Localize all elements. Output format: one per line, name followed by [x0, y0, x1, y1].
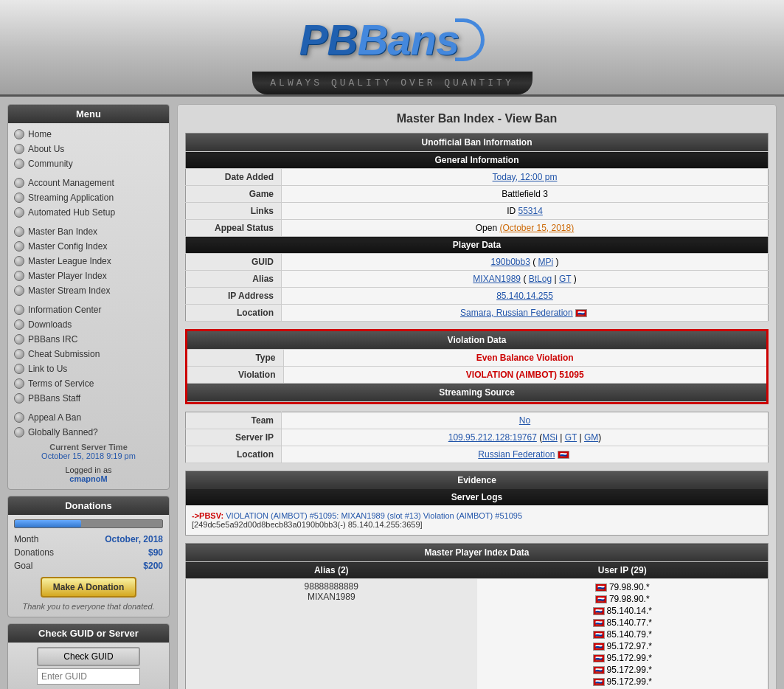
- bullet-icon: [14, 241, 24, 252]
- team-link[interactable]: No: [519, 415, 530, 426]
- sidebar-item-linktous[interactable]: Link to Us: [8, 361, 169, 376]
- nav-streamindex-label: Master Stream Index: [28, 285, 110, 296]
- ip-row: IP Address 85.140.14.255: [186, 288, 769, 305]
- bullet-icon: [14, 334, 24, 344]
- logged-in-section: Logged in as cmapnoM: [8, 463, 169, 485]
- alias-value: MIXAN1989 ( BtLog | GT ): [282, 271, 769, 288]
- ip-row-4: 🇷🇺85.140.77.*: [485, 617, 761, 629]
- nav-infocenter-label: Information Center: [28, 305, 101, 315]
- server-ip-link[interactable]: 109.95.212.128:19767: [448, 432, 537, 443]
- flag-5: 🇷🇺: [593, 631, 605, 639]
- page-title: Master Ban Index - View Ban: [185, 112, 769, 125]
- appeal-date[interactable]: (October 15, 2018): [499, 223, 574, 233]
- gt-alias-link[interactable]: GT: [559, 274, 571, 284]
- bullet-icon: [14, 159, 24, 169]
- type-value: Even Balance Violation: [283, 350, 766, 367]
- nav-playerindex-label: Master Player Index: [28, 271, 107, 281]
- bullet-icon: [14, 129, 24, 139]
- ip-5: 85.140.79.*: [607, 629, 652, 640]
- nav-about-label: About Us: [28, 144, 64, 154]
- flag-2: 🇷🇺: [595, 595, 607, 603]
- mpi-header: Master Player Index Data: [186, 544, 769, 562]
- donations-title: Donations: [8, 496, 169, 515]
- game-label: Game: [186, 186, 282, 203]
- nav-community-label: Community: [28, 159, 73, 169]
- links-id-link[interactable]: 55314: [518, 206, 542, 216]
- location-value: Samara, Russian Federation 🇷🇺: [282, 305, 769, 322]
- bullet-icon: [14, 349, 24, 359]
- check-guid-button[interactable]: Check GUID: [37, 647, 140, 666]
- sidebar-item-account[interactable]: Account Management: [8, 176, 169, 190]
- location-link[interactable]: Samara, Russian Federation: [460, 308, 573, 318]
- violation-table: Violation Data Type Even Balance Violati…: [187, 331, 766, 402]
- sidebar-item-community[interactable]: Community: [8, 156, 169, 171]
- sidebar-item-home[interactable]: Home: [8, 127, 169, 142]
- sidebar-item-banindex[interactable]: Master Ban Index: [8, 224, 169, 239]
- sidebar-item-hub[interactable]: Automated Hub Setup: [8, 205, 169, 220]
- server-location-label: Location: [186, 446, 282, 463]
- donations-goal-row: Goal $200: [14, 559, 163, 572]
- month-value: October, 2018: [105, 534, 163, 544]
- guid-row: GUID 190b0bb3 ( MPi ): [186, 254, 769, 271]
- ip-row-9: 🇷🇺95.172.99.*: [485, 676, 761, 688]
- sidebar-item-streaming[interactable]: Streaming Application: [8, 190, 169, 205]
- msi-link[interactable]: MSi: [542, 432, 558, 443]
- sidebar-item-appealban[interactable]: Appeal A Ban: [8, 410, 169, 425]
- sidebar-item-irc[interactable]: PBBans IRC: [8, 332, 169, 347]
- server-location-link[interactable]: Russian Federation: [478, 449, 555, 460]
- server-time-label: Current Server Time: [11, 443, 166, 451]
- ip-link[interactable]: 85.140.14.255: [496, 291, 553, 301]
- alias-1: 98888888889: [193, 581, 470, 592]
- log-violation-text: VIOLATION (AIMBOT) #51095: MIXAN1989 (sl…: [226, 511, 522, 520]
- btlog-link[interactable]: BtLog: [529, 274, 552, 284]
- guid-value: 190b0bb3 ( MPi ): [282, 254, 769, 271]
- logged-in-user: cmapnoM: [10, 474, 167, 483]
- gt-server-link[interactable]: GT: [565, 432, 577, 443]
- donations-amount: $90: [148, 547, 163, 558]
- bullet-icon: [14, 144, 24, 154]
- mpi-data-row: 98888888889 MIXAN1989 🇷🇺79.98.90.* 🇷🇺79.…: [186, 579, 769, 690]
- mpi-aliases: 98888888889 MIXAN1989: [186, 579, 477, 690]
- sidebar-item-cheat[interactable]: Cheat Submission: [8, 347, 169, 361]
- sidebar-item-streamindex[interactable]: Master Stream Index: [8, 283, 169, 298]
- sidebar-item-configindex[interactable]: Master Config Index: [8, 239, 169, 254]
- location-label: Location: [186, 305, 282, 322]
- guid-input[interactable]: [37, 668, 140, 685]
- goal-label: Goal: [14, 561, 32, 571]
- sidebar-item-about[interactable]: About Us: [8, 142, 169, 156]
- sidebar-item-leagueindex[interactable]: Master League Index: [8, 254, 169, 269]
- nav-configindex-label: Master Config Index: [28, 241, 107, 252]
- bullet-icon: [14, 271, 24, 281]
- sidebar-item-playerindex[interactable]: Master Player Index: [8, 269, 169, 283]
- donate-button[interactable]: Make A Donation: [41, 577, 136, 598]
- team-value: No: [282, 412, 769, 429]
- tagline-bar: Always Quality over Quantity: [252, 72, 533, 94]
- alias-link[interactable]: MIXAN1989: [473, 274, 521, 284]
- mpi-link[interactable]: MPi: [538, 257, 554, 267]
- violation-value: VIOLATION (AIMBOT) 51095: [283, 367, 766, 384]
- ip-3: 85.140.14.*: [607, 606, 652, 616]
- server-ip-extra: (MSi | GT | GM): [539, 432, 601, 443]
- ip-6: 95.172.97.*: [607, 641, 652, 651]
- date-added-row: Date Added Today, 12:00 pm: [186, 169, 769, 186]
- sidebar-item-tos[interactable]: Terms of Service: [8, 376, 169, 391]
- sidebar-item-staff[interactable]: PBBans Staff: [8, 391, 169, 406]
- russia-flag-icon: 🇷🇺: [575, 309, 587, 317]
- sidebar-item-globalbanned[interactable]: Globally Banned?: [8, 425, 169, 440]
- logo-pb: PB: [299, 15, 358, 63]
- alias-col-header: Alias (2): [186, 562, 477, 579]
- nav-tos-label: Terms of Service: [28, 378, 94, 389]
- links-label: Links: [186, 203, 282, 220]
- guid-link[interactable]: 190b0bb3: [490, 257, 530, 267]
- donations-progress-bar: [14, 519, 163, 528]
- bullet-icon: [14, 393, 24, 404]
- appeal-value: Open (October 15, 2018): [282, 220, 769, 237]
- date-added-link[interactable]: Today, 12:00 pm: [493, 172, 558, 182]
- sidebar-item-downloads[interactable]: Downloads: [8, 317, 169, 332]
- sidebar: Menu Home About Us Community Account Man…: [7, 104, 170, 689]
- sidebar-item-infocenter[interactable]: Information Center: [8, 302, 169, 317]
- gm-link[interactable]: GM: [584, 432, 598, 443]
- nav-account-label: Account Management: [28, 178, 114, 188]
- type-label: Type: [187, 350, 283, 367]
- goal-value: $200: [143, 561, 163, 571]
